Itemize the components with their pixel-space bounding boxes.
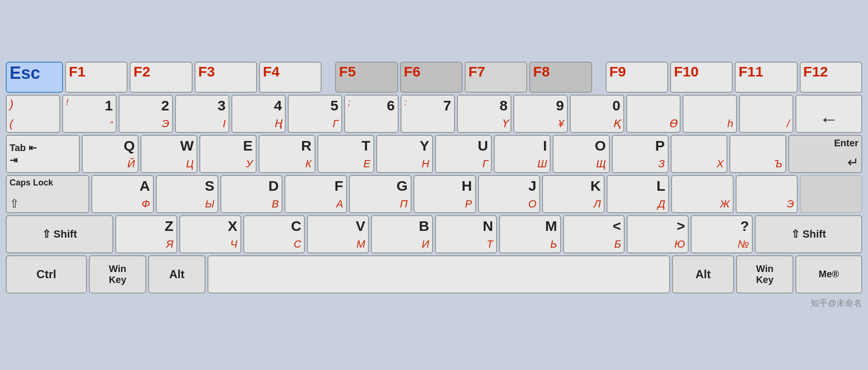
- key-f1[interactable]: F1: [65, 62, 128, 93]
- key-f12[interactable]: F12: [800, 62, 862, 93]
- key-equals[interactable]: h: [683, 95, 737, 133]
- key-j[interactable]: J О: [478, 175, 541, 213]
- caps-row: Caps Lock ⇧ A Ф S Ы D: [6, 175, 862, 213]
- key-rbracket[interactable]: Ъ: [729, 135, 786, 173]
- key-win-left[interactable]: WinKey: [89, 255, 146, 294]
- key-f4[interactable]: F4: [259, 62, 322, 93]
- key-1[interactable]: ! 1 ": [62, 95, 117, 133]
- key-i[interactable]: I Ш: [494, 135, 551, 173]
- bottom-row: Ctrl WinKey Alt Alt WinKey Me®: [6, 255, 862, 294]
- key-s[interactable]: S Ы: [156, 175, 218, 213]
- key-l[interactable]: L Д: [607, 175, 669, 213]
- key-pipe[interactable]: /: [739, 95, 793, 133]
- key-c[interactable]: C С: [243, 215, 305, 253]
- key-y[interactable]: Y Н: [376, 135, 433, 173]
- key-slash[interactable]: ? №: [691, 215, 753, 253]
- key-a[interactable]: A Ф: [91, 175, 154, 213]
- key-5[interactable]: 5 Г: [288, 95, 342, 133]
- key-f10[interactable]: F10: [670, 62, 733, 93]
- key-7[interactable]: : 7: [401, 95, 455, 133]
- fn-row: Esc F1 F2 F3 F4 F5 F6 F7 F8 F9: [6, 62, 862, 93]
- key-v[interactable]: V М: [307, 215, 369, 253]
- tab-row: Tab ⇤ ⇥ Q Й W Ц: [6, 135, 862, 173]
- key-9[interactable]: 9 ¥: [513, 95, 568, 133]
- key-backtick[interactable]: ) (: [6, 95, 60, 133]
- key-caps-lock[interactable]: Caps Lock ⇧: [6, 175, 89, 213]
- key-f3[interactable]: F3: [195, 62, 257, 93]
- key-g[interactable]: G П: [349, 175, 412, 213]
- num-row: ) ( ! 1 " 2 Э: [6, 95, 862, 133]
- key-b[interactable]: B И: [371, 215, 433, 253]
- key-period[interactable]: > Ю: [627, 215, 689, 253]
- key-enter[interactable]: Enter ↵: [788, 135, 862, 173]
- key-n[interactable]: N Т: [435, 215, 497, 253]
- key-0[interactable]: 0 Қ: [570, 95, 624, 133]
- fn-gap-2: [594, 62, 604, 93]
- key-menu[interactable]: Me®: [795, 255, 862, 294]
- key-m[interactable]: M Ь: [499, 215, 561, 253]
- key-u[interactable]: U Г: [435, 135, 492, 173]
- watermark: 知乎@未命名: [6, 295, 862, 309]
- key-p[interactable]: P З: [612, 135, 669, 173]
- shift-row: ⇧ Shift Z Я X Ч C: [6, 215, 862, 253]
- key-shift-left[interactable]: ⇧ Shift: [6, 215, 113, 253]
- key-quote[interactable]: Э: [736, 175, 798, 213]
- key-f[interactable]: F А: [284, 175, 347, 213]
- key-f5[interactable]: F5: [335, 62, 398, 93]
- key-k[interactable]: K Л: [542, 175, 605, 213]
- key-semicolon[interactable]: Ж: [671, 175, 734, 213]
- key-esc[interactable]: Esc: [6, 62, 63, 93]
- key-win-right[interactable]: WinKey: [736, 255, 793, 294]
- key-e[interactable]: E У: [199, 135, 256, 173]
- key-w[interactable]: W Ц: [141, 135, 197, 173]
- key-t[interactable]: T Е: [317, 135, 374, 173]
- key-space[interactable]: [207, 255, 670, 294]
- key-minus[interactable]: Ө: [626, 95, 681, 133]
- key-f8[interactable]: F8: [529, 62, 592, 93]
- key-lbracket[interactable]: Х: [671, 135, 727, 173]
- key-o[interactable]: O Щ: [553, 135, 609, 173]
- key-ctrl-left[interactable]: Ctrl: [6, 255, 87, 294]
- key-alt-left[interactable]: Alt: [148, 255, 206, 294]
- key-shift-right[interactable]: ⇧ Shift: [755, 215, 862, 253]
- key-r[interactable]: R К: [259, 135, 315, 173]
- key-f6[interactable]: F6: [400, 62, 463, 93]
- keyboard: Esc F1 F2 F3 F4 F5 F6 F7 F8 F9: [0, 56, 868, 315]
- key-f11[interactable]: F11: [735, 62, 797, 93]
- key-caps-right-area: [800, 175, 862, 213]
- key-2[interactable]: 2 Э: [119, 95, 173, 133]
- key-comma[interactable]: < Б: [563, 215, 625, 253]
- key-8[interactable]: 8 Ү: [457, 95, 511, 133]
- fn-gap-1: [324, 62, 333, 93]
- key-tab[interactable]: Tab ⇤ ⇥: [6, 135, 80, 173]
- key-h[interactable]: H Р: [413, 175, 476, 213]
- key-6[interactable]: ; 6: [344, 95, 399, 133]
- key-z[interactable]: Z Я: [115, 215, 177, 253]
- key-f9[interactable]: F9: [606, 62, 668, 93]
- key-q[interactable]: Q Й: [82, 135, 139, 173]
- key-alt-right[interactable]: Alt: [672, 255, 734, 294]
- key-f7[interactable]: F7: [465, 62, 527, 93]
- key-4[interactable]: 4 Ң: [231, 95, 286, 133]
- key-x[interactable]: X Ч: [179, 215, 241, 253]
- key-f2[interactable]: F2: [130, 62, 192, 93]
- key-d[interactable]: D В: [220, 175, 283, 213]
- key-3[interactable]: 3 І: [175, 95, 229, 133]
- key-backspace[interactable]: ←: [795, 95, 862, 133]
